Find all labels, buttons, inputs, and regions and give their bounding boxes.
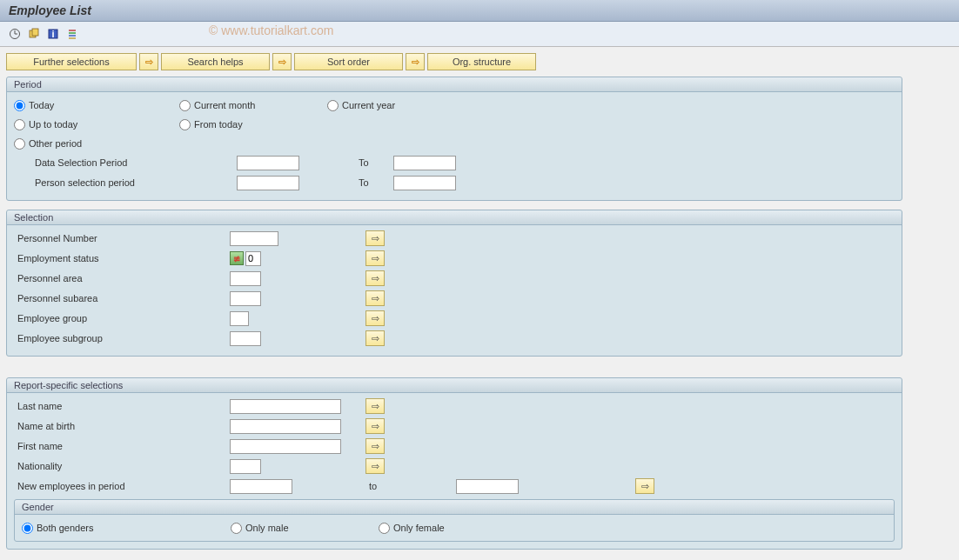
watermark: © www.tutorialkart.com [209,23,333,37]
list-icon[interactable] [64,26,80,42]
arrow-icon[interactable]: ⇨ [406,53,425,70]
input-personnel-subarea[interactable] [230,291,261,306]
report-group-body: Last name ⇨ Name at birth ⇨ First name ⇨… [7,393,902,549]
input-new-employees-from[interactable] [230,479,292,494]
radio-from-today[interactable] [179,119,191,130]
variant-icon[interactable] [26,26,42,42]
svg-text:i: i [51,29,54,39]
search-helps-button[interactable]: Search helps [161,53,270,70]
label-nationality: Nationality [14,461,230,471]
period-group: Period Today Current month Current year [6,77,902,201]
input-employee-group[interactable] [230,311,249,326]
multiple-selection-icon[interactable]: ⇨ [365,310,385,326]
report-group-title: Report-specific selections [7,378,902,393]
label-from-today: From today [194,119,243,130]
label-both-genders: Both genders [37,523,93,533]
label-up-to-today: Up to today [29,119,77,130]
input-first-name[interactable] [230,439,341,454]
label-current-year: Current year [342,100,395,110]
label-data-selection-period: Data Selection Period [14,157,237,168]
input-data-period-to[interactable] [393,156,456,170]
period-group-body: Today Current month Current year Up to t… [7,92,902,200]
label-personnel-number: Personnel Number [14,233,230,243]
label-name-at-birth: Name at birth [14,421,230,431]
label-to: To [359,177,393,188]
radio-only-male[interactable] [231,523,242,534]
org-structure-button[interactable]: Org. structure [427,53,536,70]
multiple-selection-icon[interactable]: ⇨ [365,398,385,414]
radio-current-year[interactable] [327,100,339,111]
not-equal-indicator-icon[interactable]: ≢ [230,251,244,265]
input-data-period-from[interactable] [237,156,299,170]
arrow-icon[interactable]: ⇨ [139,53,158,70]
multiple-selection-icon[interactable]: ⇨ [365,270,385,286]
button-row: Further selections ⇨ Search helps ⇨ Sort… [6,53,953,70]
info-icon[interactable]: i [45,26,61,42]
input-employment-status[interactable] [245,251,261,266]
input-person-period-from[interactable] [237,176,299,190]
label-other-period: Other period [29,138,82,149]
gender-group: Gender Both genders Only male [14,499,895,542]
further-selections-button[interactable]: Further selections [6,53,137,70]
radio-current-month[interactable] [179,100,191,111]
label-employment-status: Employment status [14,253,230,263]
multiple-selection-icon[interactable]: ⇨ [365,418,385,434]
label-today: Today [29,100,54,110]
svg-rect-4 [32,29,38,36]
report-group: Report-specific selections Last name ⇨ N… [6,377,902,550]
multiple-selection-icon[interactable]: ⇨ [365,290,385,306]
multiple-selection-icon[interactable]: ⇨ [365,250,385,266]
radio-only-female[interactable] [379,523,390,534]
label-to-lower: to [365,481,456,491]
selection-group: Selection Personnel Number ⇨ Employment … [6,210,902,357]
selection-group-body: Personnel Number ⇨ Employment status ≢ ⇨… [7,225,902,356]
label-employee-subgroup: Employee subgroup [14,333,230,343]
label-current-month: Current month [194,100,255,110]
input-employee-subgroup[interactable] [230,331,261,346]
period-group-title: Period [7,77,902,92]
label-only-female: Only female [393,523,445,533]
arrow-icon[interactable]: ⇨ [272,53,292,70]
input-personnel-area[interactable] [230,271,261,286]
selection-group-title: Selection [7,210,902,225]
multiple-selection-icon[interactable]: ⇨ [365,330,385,346]
input-person-period-to[interactable] [393,176,456,190]
content-area: Further selections ⇨ Search helps ⇨ Sort… [0,47,959,560]
sort-order-button[interactable]: Sort order [294,53,403,70]
multiple-selection-icon[interactable]: ⇨ [365,458,385,474]
execute-icon[interactable] [7,26,23,42]
multiple-selection-icon[interactable]: ⇨ [365,438,385,454]
multiple-selection-icon[interactable]: ⇨ [365,230,385,246]
label-only-male: Only male [245,523,289,533]
input-personnel-number[interactable] [230,231,278,246]
input-name-at-birth[interactable] [230,419,341,434]
label-employee-group: Employee group [14,313,230,323]
label-last-name: Last name [14,401,230,411]
input-new-employees-to[interactable] [456,479,519,494]
label-personnel-area: Personnel area [14,273,230,283]
label-person-selection-period: Person selection period [14,177,237,188]
label-new-employees: New employees in period [14,481,230,491]
radio-other-period[interactable] [14,138,25,150]
input-last-name[interactable] [230,399,341,414]
input-nationality[interactable] [230,459,261,474]
radio-both-genders[interactable] [22,523,33,534]
toolbar: i © www.tutorialkart.com [0,22,959,47]
label-first-name: First name [14,441,230,451]
page-title: Employee List [0,0,959,22]
label-to: To [359,157,393,168]
radio-up-to-today[interactable] [14,119,25,130]
gender-group-title: Gender [15,500,894,515]
radio-today[interactable] [14,100,25,111]
multiple-selection-icon[interactable]: ⇨ [635,478,654,494]
label-personnel-subarea: Personnel subarea [14,293,230,303]
